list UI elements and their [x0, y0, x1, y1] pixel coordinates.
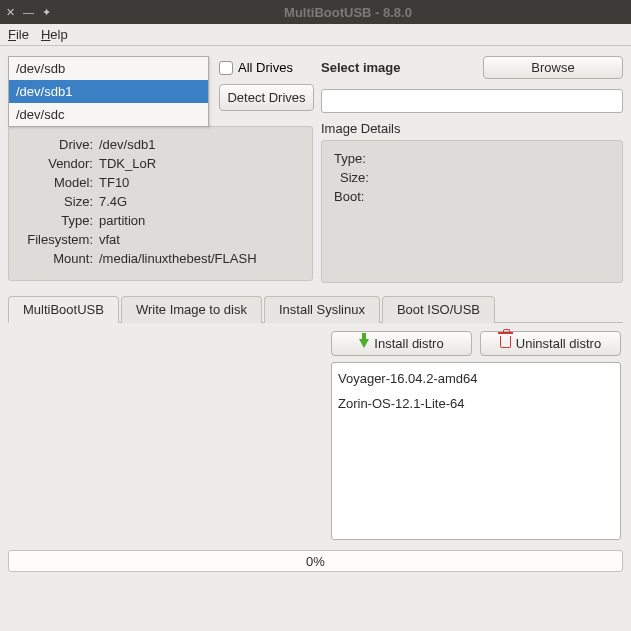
all-drives-checkbox[interactable]	[219, 61, 233, 75]
vendor-label: Vendor:	[17, 156, 99, 171]
tab-install-syslinux[interactable]: Install Syslinux	[264, 296, 380, 323]
select-image-title: Select image	[321, 60, 401, 75]
filesystem-value: vfat	[99, 232, 304, 247]
install-distro-button[interactable]: Install distro	[331, 331, 472, 356]
distro-list[interactable]: Voyager-16.04.2-amd64 Zorin-OS-12.1-Lite…	[331, 362, 621, 540]
download-arrow-icon	[359, 336, 369, 351]
model-label: Model:	[17, 175, 99, 190]
size-value: 7.4G	[99, 194, 304, 209]
image-path-input[interactable]	[321, 89, 623, 113]
tab-write-image[interactable]: Write Image to disk	[121, 296, 262, 323]
type-value: partition	[99, 213, 304, 228]
titlebar: ✕ — ✦ MultiBootUSB - 8.8.0	[0, 0, 631, 24]
drive-select-dropdown[interactable]: /dev/sdb /dev/sdb1 /dev/sdc	[8, 56, 209, 127]
image-type-label: Type:	[334, 151, 610, 166]
progress-bar: 0%	[8, 550, 623, 572]
main-content: /dev/sdb /dev/sdb1 /dev/sdc All Drives D…	[0, 46, 631, 631]
browse-button[interactable]: Browse	[483, 56, 623, 79]
drive-option[interactable]: /dev/sdc	[9, 103, 208, 126]
vendor-value: TDK_LoR	[99, 156, 304, 171]
type-label: Type:	[17, 213, 99, 228]
all-drives-label: All Drives	[238, 60, 293, 75]
detect-drives-button[interactable]: Detect Drives	[219, 84, 314, 111]
drive-label: Drive:	[17, 137, 99, 152]
tabs-section: MultiBootUSB Write Image to disk Install…	[8, 295, 623, 542]
progress-text: 0%	[306, 554, 325, 569]
image-details-title: Image Details	[321, 121, 623, 136]
uninstall-distro-button[interactable]: Uninstall distro	[480, 331, 621, 356]
drive-value: /dev/sdb1	[99, 137, 304, 152]
tab-content: Install distro Uninstall distro Voyager-…	[8, 323, 623, 542]
trash-icon	[500, 336, 511, 351]
window-title: MultiBootUSB - 8.8.0	[71, 5, 625, 20]
image-boot-label: Boot:	[334, 189, 610, 204]
close-icon[interactable]: ✕	[6, 6, 15, 19]
size-label: Size:	[17, 194, 99, 209]
image-size-label: Size:	[334, 170, 610, 185]
tab-left-panel	[10, 331, 323, 540]
model-value: TF10	[99, 175, 304, 190]
install-label: Install distro	[374, 336, 443, 351]
uninstall-label: Uninstall distro	[516, 336, 601, 351]
list-item[interactable]: Voyager-16.04.2-amd64	[338, 369, 614, 394]
menu-help[interactable]: Help	[41, 27, 68, 42]
drive-option[interactable]: /dev/sdb1	[9, 80, 208, 103]
minimize-icon[interactable]: —	[23, 6, 34, 19]
maximize-icon[interactable]: ✦	[42, 6, 51, 19]
tab-boot-iso[interactable]: Boot ISO/USB	[382, 296, 495, 323]
menu-file[interactable]: File	[8, 27, 29, 42]
drive-details-box: Drive:/dev/sdb1 Vendor:TDK_LoR Model:TF1…	[8, 126, 313, 281]
mount-value: /media/linuxthebest/FLASH	[99, 251, 304, 266]
filesystem-label: Filesystem:	[17, 232, 99, 247]
mount-label: Mount:	[17, 251, 99, 266]
tab-multibootusb[interactable]: MultiBootUSB	[8, 296, 119, 323]
image-details-box: Type: Size: Boot:	[321, 140, 623, 283]
drive-option[interactable]: /dev/sdb	[9, 57, 208, 80]
tab-row: MultiBootUSB Write Image to disk Install…	[8, 295, 623, 323]
menubar: File Help	[0, 24, 631, 46]
list-item[interactable]: Zorin-OS-12.1-Lite-64	[338, 394, 614, 419]
